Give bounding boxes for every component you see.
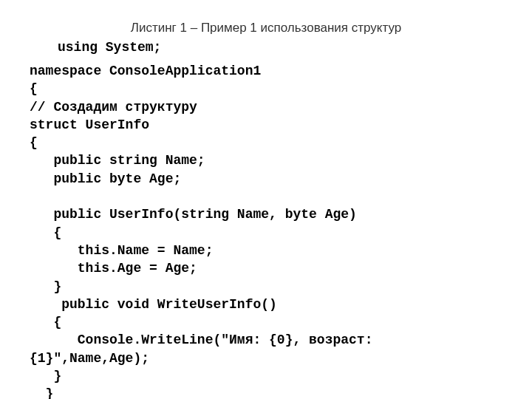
code-line: { xyxy=(30,315,61,330)
code-line: this.Age = Age; xyxy=(30,261,197,276)
code-line: } xyxy=(30,279,61,294)
code-line: Console.WriteLine("Имя: {0}, возраст: xyxy=(30,332,372,347)
code-line: } xyxy=(30,369,61,383)
code-line: public byte Age; xyxy=(30,171,181,186)
code-line: public void WriteUserInfo() xyxy=(30,297,277,312)
listing-caption: Листинг 1 – Пример 1 использования струк… xyxy=(30,21,502,35)
code-line: } xyxy=(30,386,53,399)
code-line: { xyxy=(30,135,38,150)
code-line: namespace ConsoleApplication1 xyxy=(30,64,261,78)
code-line: { xyxy=(30,225,61,240)
code-line: // Создадим структуру xyxy=(30,100,197,115)
code-line: { xyxy=(30,81,38,96)
code-block: namespace ConsoleApplication1 { // Созда… xyxy=(30,62,502,399)
code-using-line: using System; xyxy=(30,40,502,55)
code-line: public string Name; xyxy=(30,153,205,168)
code-line: struct UserInfo xyxy=(30,117,149,132)
code-line: {1}",Name,Age); xyxy=(30,351,149,366)
code-line: public UserInfo(string Name, byte Age) xyxy=(30,207,357,222)
code-line: this.Name = Name; xyxy=(30,243,213,258)
